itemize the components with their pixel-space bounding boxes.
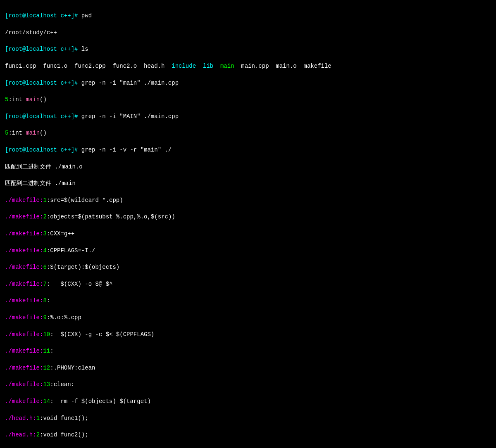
line-head-h-1: ./head.h:1:void func1(); xyxy=(5,414,491,422)
line-binary-match2: 匹配到二进制文件 ./main xyxy=(5,179,491,187)
line-makefile-11: ./makefile:11: xyxy=(5,347,491,355)
line-grep-main-result1: 5:int main() xyxy=(5,95,491,104)
line-grep-MAIN-prompt: [root@localhost c++]# grep -n -i "MAIN" … xyxy=(5,112,491,121)
line-makefile-13: ./makefile:13:clean: xyxy=(5,380,491,389)
line-binary-match1: 匹配到二进制文件 ./main.o xyxy=(5,163,491,171)
line-makefile-12: ./makefile:12:.PHONY:clean xyxy=(5,364,491,372)
line-makefile-3: ./makefile:3:CXX=g++ xyxy=(5,230,491,238)
line-pwd-output: /root/study/c++ xyxy=(5,28,491,37)
line-makefile-1: ./makefile:1:src=$(wildcard *.cpp) xyxy=(5,196,491,204)
line-makefile-2: ./makefile:2:objects=$(patsubst %.cpp,%.… xyxy=(5,213,491,221)
line-makefile-8: ./makefile:8: xyxy=(5,296,491,305)
line-makefile-4: ./makefile:4:CPPFLAGS=-I./ xyxy=(5,247,491,255)
terminal-window: [root@localhost c++]# pwd /root/study/c+… xyxy=(5,3,491,448)
line-ls-prompt: [root@localhost c++]# ls xyxy=(5,45,491,53)
line-makefile-14: ./makefile:14: rm -f $(objects) $(target… xyxy=(5,397,491,405)
line-pwd-prompt: [root@localhost c++]# pwd xyxy=(5,12,491,20)
line-makefile-10: ./makefile:10: $(CXX) -g -c $< $(CPPFLAG… xyxy=(5,330,491,339)
line-makefile-7: ./makefile:7: $(CXX) -o $@ $^ xyxy=(5,280,491,288)
line-grep-MAIN-result1: 5:int main() xyxy=(5,129,491,137)
line-makefile-9: ./makefile:9:%.o:%.cpp xyxy=(5,313,491,322)
line-makefile-6: ./makefile:6:$(target):$(objects) xyxy=(5,263,491,271)
line-head-h-2: ./head.h:2:void func2(); xyxy=(5,431,491,439)
line-ls-output: func1.cpp func1.o func2.cpp func2.o head… xyxy=(5,62,491,70)
line-grep-v-prompt: [root@localhost c++]# grep -n -i -v -r "… xyxy=(5,146,491,154)
line-grep-main-prompt: [root@localhost c++]# grep -n -i "main" … xyxy=(5,79,491,87)
